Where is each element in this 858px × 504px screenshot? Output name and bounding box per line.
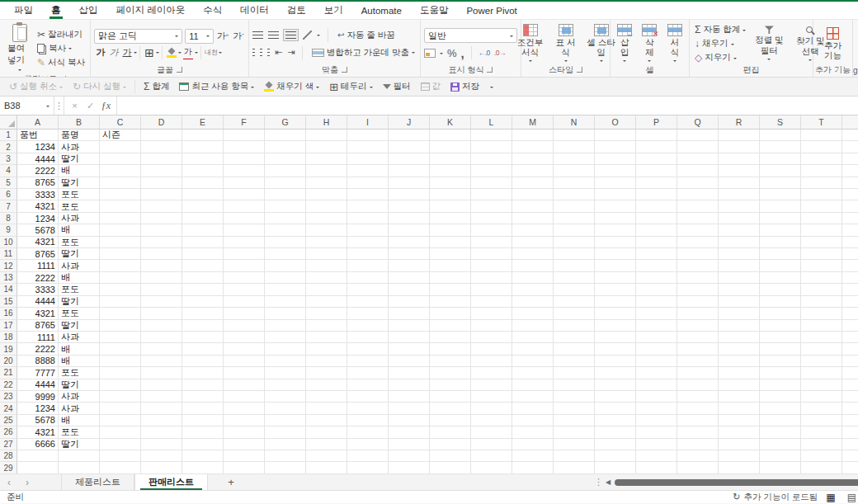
- cell-E2[interactable]: [182, 141, 224, 153]
- cell-C3[interactable]: [100, 153, 141, 165]
- cell-O15[interactable]: [595, 296, 636, 308]
- cell-Q17[interactable]: [677, 320, 719, 332]
- cell-E4[interactable]: [182, 165, 224, 177]
- cell-Q19[interactable]: [677, 343, 719, 355]
- cell-P20[interactable]: [636, 356, 677, 367]
- cell-M18[interactable]: [512, 332, 554, 343]
- cell-I27[interactable]: [347, 439, 389, 450]
- cell-O25[interactable]: [595, 415, 636, 426]
- align-bottom-icon[interactable]: [284, 30, 298, 40]
- cell-K24[interactable]: [430, 403, 471, 414]
- name-box-resize-handle[interactable]: ⋮: [54, 97, 64, 115]
- cell-E27[interactable]: [182, 439, 224, 450]
- cell-G25[interactable]: [265, 415, 306, 426]
- cell-partial-2[interactable]: [842, 141, 858, 153]
- cell-T6[interactable]: [801, 189, 842, 200]
- cell-F8[interactable]: [224, 213, 265, 224]
- cell-A1[interactable]: 품번: [17, 130, 59, 141]
- cell-P16[interactable]: [636, 308, 677, 319]
- cell-partial-29[interactable]: [842, 462, 858, 473]
- cell-S3[interactable]: [760, 153, 801, 165]
- cell-F28[interactable]: [224, 450, 265, 462]
- cell-J15[interactable]: [389, 296, 430, 308]
- cell-D15[interactable]: [141, 296, 182, 308]
- cell-N19[interactable]: [554, 343, 595, 355]
- font-name-select[interactable]: 맑은 고딕: [94, 29, 182, 44]
- cell-N24[interactable]: [554, 403, 595, 414]
- cell-G10[interactable]: [265, 237, 306, 248]
- cell-I25[interactable]: [347, 415, 389, 426]
- cell-O8[interactable]: [595, 213, 636, 224]
- cell-R2[interactable]: [719, 141, 760, 153]
- cell-D3[interactable]: [141, 153, 182, 165]
- cell-D14[interactable]: [141, 284, 182, 295]
- cell-O20[interactable]: [595, 356, 636, 367]
- cell-N17[interactable]: [554, 320, 595, 332]
- cell-F12[interactable]: [224, 260, 265, 271]
- cell-I26[interactable]: [347, 426, 389, 438]
- cell-B17[interactable]: 딸기: [59, 320, 100, 332]
- cell-partial-13[interactable]: [842, 272, 858, 284]
- cell-E16[interactable]: [182, 308, 224, 319]
- cell-B27[interactable]: 딸기: [59, 439, 100, 450]
- cell-G19[interactable]: [265, 343, 306, 355]
- cell-Q4[interactable]: [677, 165, 719, 177]
- cell-partial-3[interactable]: [842, 153, 858, 165]
- cell-E17[interactable]: [182, 320, 224, 332]
- cell-G21[interactable]: [265, 367, 306, 379]
- cell-N28[interactable]: [554, 450, 595, 462]
- cell-S29[interactable]: [760, 462, 801, 473]
- cell-C8[interactable]: [100, 213, 141, 224]
- cell-T13[interactable]: [801, 272, 842, 284]
- menu-tab-홈[interactable]: 홈: [42, 2, 70, 19]
- cell-N27[interactable]: [554, 439, 595, 450]
- cell-E20[interactable]: [182, 356, 224, 367]
- cell-N2[interactable]: [554, 141, 595, 153]
- cell-P22[interactable]: [636, 379, 677, 391]
- cell-partial-10[interactable]: [842, 237, 858, 248]
- cell-D6[interactable]: [141, 189, 182, 200]
- cell-A12[interactable]: 1111: [17, 260, 59, 271]
- cell-O29[interactable]: [595, 462, 636, 473]
- cell-E25[interactable]: [182, 415, 224, 426]
- cell-O7[interactable]: [595, 200, 636, 212]
- cell-S25[interactable]: [760, 415, 801, 426]
- cell-partial-24[interactable]: [842, 403, 858, 414]
- cell-A11[interactable]: 8765: [17, 248, 59, 260]
- cell-T16[interactable]: [801, 308, 842, 319]
- cell-G1[interactable]: [265, 130, 306, 141]
- menu-tab-보기[interactable]: 보기: [315, 2, 352, 19]
- delete-cells-button[interactable]: ✕ 삭제: [639, 23, 660, 64]
- cell-partial-21[interactable]: [842, 367, 858, 379]
- cell-I1[interactable]: [347, 130, 389, 141]
- cell-F3[interactable]: [224, 153, 265, 165]
- cell-H28[interactable]: [306, 450, 347, 462]
- cell-K4[interactable]: [430, 165, 471, 177]
- cell-J27[interactable]: [389, 439, 430, 450]
- fill-button[interactable]: ↓ 채우기: [693, 37, 747, 51]
- cell-D10[interactable]: [141, 237, 182, 248]
- cell-G8[interactable]: [265, 213, 306, 224]
- cell-N18[interactable]: [554, 332, 595, 343]
- cell-partial-22[interactable]: [842, 379, 858, 391]
- sheet-tab-제품리스트[interactable]: 제품리스트: [61, 474, 134, 490]
- cell-Q27[interactable]: [677, 439, 719, 450]
- cell-partial-7[interactable]: [842, 200, 858, 212]
- cell-S14[interactable]: [760, 284, 801, 295]
- row-header-24[interactable]: 24: [0, 403, 17, 414]
- cell-K18[interactable]: [430, 332, 471, 343]
- cell-H23[interactable]: [306, 391, 347, 403]
- cell-C13[interactable]: [100, 272, 141, 284]
- row-header-18[interactable]: 18: [0, 332, 17, 343]
- cell-M14[interactable]: [512, 284, 554, 295]
- cell-N6[interactable]: [554, 189, 595, 200]
- cell-partial-1[interactable]: [842, 130, 858, 141]
- cell-R6[interactable]: [719, 189, 760, 200]
- cell-C16[interactable]: [100, 308, 141, 319]
- cell-H9[interactable]: [306, 224, 347, 236]
- cell-E3[interactable]: [182, 153, 224, 165]
- number-format-select[interactable]: 일반: [424, 28, 517, 43]
- cell-L17[interactable]: [471, 320, 512, 332]
- cell-L5[interactable]: [471, 177, 512, 189]
- decrease-indent-icon[interactable]: ⇤: [275, 48, 282, 57]
